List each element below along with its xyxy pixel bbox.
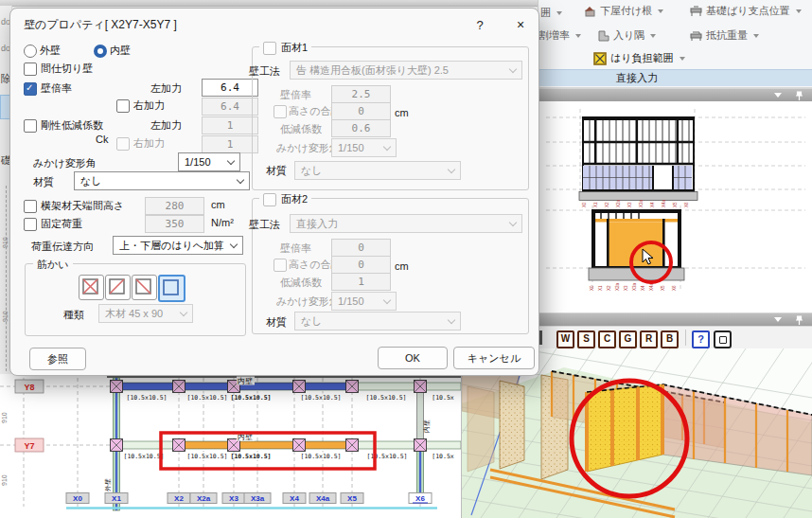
load-direction-select[interactable]: 上・下層のはりへ加算 bbox=[113, 236, 243, 255]
dialog-help-button[interactable]: ? bbox=[470, 16, 489, 35]
chevron-down-icon bbox=[680, 57, 685, 61]
beam-top-height-input: 280 bbox=[145, 197, 204, 215]
panel1-angle-label: みかけ変形角 bbox=[276, 141, 340, 155]
checkbox-stiffness-right bbox=[116, 137, 130, 151]
layer-button-g[interactable]: G bbox=[619, 330, 637, 348]
beam-row-y8[interactable] bbox=[119, 383, 461, 390]
radio-outer-wall[interactable] bbox=[24, 45, 37, 58]
ribbon-item-geya[interactable]: 下屋付け根 bbox=[584, 4, 663, 18]
dialog-close-button[interactable]: × bbox=[506, 13, 535, 36]
panel1-unit-label: cm bbox=[395, 107, 409, 118]
chevron-down-icon bbox=[448, 316, 455, 324]
beam-row-y7[interactable] bbox=[119, 441, 461, 449]
dead-load-input: 350 bbox=[145, 215, 204, 233]
ribbon-item-irisumi[interactable]: 入り隅 bbox=[597, 28, 656, 43]
beam-load-range-icon bbox=[593, 52, 607, 65]
dimension-label: 910 bbox=[2, 237, 9, 248]
layer-button-r[interactable]: R bbox=[640, 330, 658, 348]
grid-label-y7[interactable]: Y7 bbox=[24, 441, 34, 451]
wall-tag-rotated: 内壁 bbox=[423, 420, 430, 433]
plan-view[interactable]: 内壁 内壁 外壁 内壁 [10.5x10.5] [10.5x10.5] [10.… bbox=[0, 374, 461, 518]
checkbox-partition-wall-label: 間仕切り壁 bbox=[41, 62, 93, 76]
checkbox-wall-ratio[interactable] bbox=[24, 82, 37, 96]
elevation-drawings[interactable]: X0 X1 X2 X2a X3 X3a X4 X4a X5 X6 bbox=[538, 101, 812, 313]
checkbox-panel1[interactable] bbox=[263, 42, 276, 55]
svg-text:X1: X1 bbox=[593, 202, 598, 207]
material-select[interactable]: なし bbox=[74, 171, 250, 190]
brace-slash-icon bbox=[106, 276, 128, 297]
foundation-support-icon bbox=[690, 5, 702, 17]
svg-text:[10.5x: [10.5x bbox=[432, 394, 454, 402]
ribbon-item-kiso[interactable]: 基礎ばり支点位置 bbox=[690, 4, 802, 18]
panel2-ratio-label: 壁倍率 bbox=[280, 241, 311, 256]
cancel-button[interactable]: キャンセル bbox=[453, 347, 535, 369]
svg-text:[10.5x10.5]: [10.5x10.5] bbox=[186, 394, 227, 402]
svg-text:X5: X5 bbox=[347, 494, 357, 503]
layer-button-w[interactable]: W bbox=[556, 330, 574, 348]
checkbox-beam-top-height[interactable] bbox=[24, 200, 37, 213]
ribbon-item-hari[interactable]: はり負担範囲 bbox=[593, 51, 685, 65]
reference-button[interactable]: 参照 bbox=[29, 348, 86, 370]
brace-backslash-button[interactable] bbox=[132, 275, 157, 300]
ribbon-item-teikou[interactable]: 抵抗重量 bbox=[690, 28, 759, 43]
chevron-down-icon bbox=[180, 309, 187, 316]
panel1-reduction-label: 低減係数 bbox=[280, 122, 322, 136]
elevation-panel-header[interactable] bbox=[538, 88, 812, 102]
elevation-panel[interactable]: X0 X1 X2 X2a X3 X3a X4 X4a X5 X6 bbox=[538, 101, 812, 313]
brace-both-button[interactable] bbox=[79, 275, 104, 300]
layer-button-c[interactable]: C bbox=[598, 330, 616, 348]
panel-collapse-icon[interactable] bbox=[774, 93, 782, 98]
svg-text:X6: X6 bbox=[672, 285, 677, 291]
input-mode-bar: 直接入力 bbox=[538, 69, 812, 86]
ok-button[interactable]: OK bbox=[378, 347, 448, 369]
pin-icon[interactable] bbox=[795, 315, 803, 326]
ribbon-item-warimashi[interactable]: 割増率 bbox=[538, 28, 581, 43]
upper-floor-elevation[interactable] bbox=[579, 117, 697, 201]
roof-base-icon bbox=[584, 5, 596, 17]
stiffness-right-force-label: 右加力 bbox=[133, 136, 165, 151]
svg-text:[10.5x10.5]: [10.5x10.5] bbox=[230, 453, 271, 460]
beam-top-height-label: 横架材天端間高さ bbox=[41, 199, 124, 213]
pin-icon[interactable] bbox=[795, 91, 803, 101]
chevron-down-icon bbox=[227, 157, 235, 165]
checkbox-right-force[interactable] bbox=[116, 99, 130, 113]
wall-ratio-left-input[interactable]: 6.4 bbox=[202, 79, 258, 97]
panel1-legend: 面材1 bbox=[259, 41, 311, 55]
svg-text:X4a: X4a bbox=[662, 199, 666, 207]
apparent-angle-select[interactable]: 1/150 bbox=[178, 152, 240, 171]
checkbox-panel2[interactable] bbox=[263, 193, 276, 206]
help-button[interactable]: ? bbox=[692, 330, 710, 348]
checkbox-stiffness[interactable] bbox=[24, 119, 37, 133]
chevron-down-icon bbox=[575, 34, 581, 38]
grid-label-y8[interactable]: Y8 bbox=[24, 383, 34, 392]
checkbox-partition-wall[interactable] bbox=[24, 63, 37, 76]
panel-collapse-icon[interactable] bbox=[774, 317, 782, 322]
ribbon-item-partial[interactable]: 囲 bbox=[540, 6, 562, 20]
application-window: do do 除 礎 910 910 囲 下屋付け根 基礎ばり支点位置 割増率 入… bbox=[0, 0, 812, 518]
radio-inner-wall[interactable] bbox=[94, 45, 107, 58]
svg-text:[10.5x10.5]: [10.5x10.5] bbox=[186, 453, 227, 460]
svg-text:[10.5x10.5]: [10.5x10.5] bbox=[126, 394, 167, 402]
unit-cm-label: cm bbox=[211, 199, 225, 210]
svg-text:X0: X0 bbox=[582, 202, 587, 207]
panel1-ratio-input: 2.5 bbox=[331, 85, 391, 103]
svg-text:X2a: X2a bbox=[615, 282, 620, 291]
layer-button-s[interactable]: S bbox=[577, 330, 595, 348]
panel1-method-select: 告 構造用合板(面材張り大壁) 2.5 bbox=[290, 61, 522, 80]
view-panel-header[interactable] bbox=[538, 313, 812, 327]
stiffness-left-input: 1 bbox=[202, 116, 258, 134]
svg-text:X4a: X4a bbox=[316, 494, 330, 503]
frame-view-button[interactable] bbox=[714, 330, 732, 348]
svg-text:[10.5x10.5]: [10.5x10.5] bbox=[300, 394, 341, 402]
layer-button-b[interactable]: B bbox=[661, 330, 679, 348]
panel2-angle-label: みかけ変形角 bbox=[276, 295, 340, 309]
brace-none-button[interactable] bbox=[158, 275, 185, 302]
checkbox-panel1-height bbox=[274, 105, 287, 118]
svg-text:X2a: X2a bbox=[616, 199, 621, 207]
svg-text:X4: X4 bbox=[290, 494, 299, 503]
svg-text:X2a: X2a bbox=[197, 494, 211, 503]
chevron-down-icon bbox=[796, 9, 802, 13]
checkbox-dead-load[interactable] bbox=[24, 218, 37, 231]
brace-slash-button[interactable] bbox=[105, 275, 131, 300]
dead-load-label: 固定荷重 bbox=[41, 217, 82, 231]
